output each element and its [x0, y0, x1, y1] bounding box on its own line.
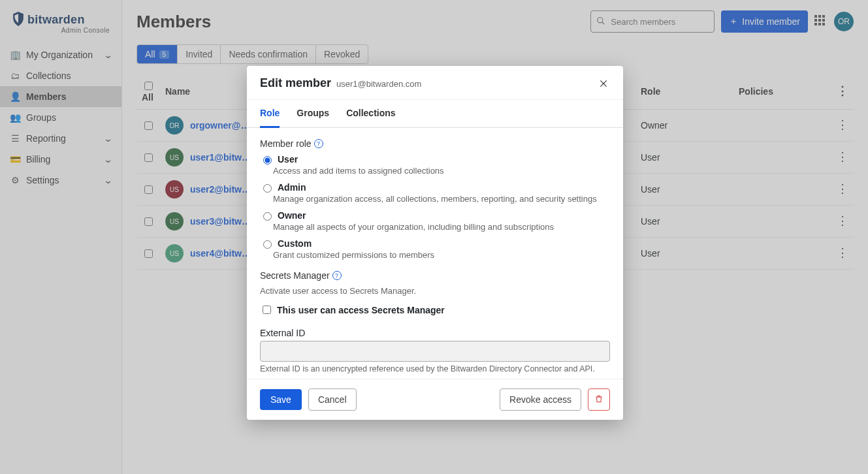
external-id-input[interactable] [260, 341, 610, 362]
trash-icon [594, 394, 603, 405]
save-button[interactable]: Save [260, 389, 302, 410]
dialog-tab-role[interactable]: Role [260, 100, 280, 128]
role-radio-custom[interactable] [263, 240, 272, 249]
role-radio-owner[interactable] [263, 212, 272, 221]
role-option-owner[interactable]: Owner [260, 210, 610, 221]
dialog-tabs: Role Groups Collections [247, 100, 623, 128]
external-id-hint: External ID is an unencrypted reference … [260, 364, 610, 373]
secrets-manager-desc: Activate user access to Secrets Manager. [260, 286, 610, 296]
role-label: User [278, 154, 298, 165]
role-desc: Manage organization access, all collecti… [273, 194, 610, 204]
role-desc: Grant customized permissions to members [273, 250, 610, 260]
help-icon[interactable]: ? [314, 139, 323, 148]
help-icon[interactable]: ? [332, 271, 342, 280]
role-option-admin[interactable]: Admin [260, 182, 610, 193]
dialog-tab-collections[interactable]: Collections [346, 100, 395, 127]
role-radio-user[interactable] [263, 156, 272, 165]
revoke-access-button[interactable]: Revoke access [500, 388, 581, 411]
secrets-manager-heading: Secrets Manager [260, 270, 330, 281]
member-role-heading: Member role [260, 138, 312, 149]
secrets-manager-checkbox[interactable] [263, 306, 271, 314]
secrets-manager-checkbox-label: This user can access Secrets Manager [277, 305, 445, 315]
dialog-title: Edit member [260, 76, 331, 90]
close-icon[interactable] [597, 77, 610, 90]
cancel-button[interactable]: Cancel [308, 388, 357, 411]
role-option-custom[interactable]: Custom [260, 238, 610, 249]
role-radio-admin[interactable] [263, 184, 272, 193]
dialog-tab-groups[interactable]: Groups [297, 100, 329, 127]
secrets-manager-checkbox-row[interactable]: This user can access Secrets Manager [260, 304, 610, 316]
role-label: Owner [278, 210, 306, 221]
role-option-user[interactable]: User [260, 154, 610, 165]
role-desc: Access and add items to assigned collect… [273, 166, 610, 176]
role-desc: Manage all aspects of your organization,… [273, 222, 610, 232]
role-label: Custom [278, 238, 312, 249]
dialog-subtitle: user1@bitwarden.com [336, 79, 421, 89]
role-label: Admin [278, 182, 306, 193]
delete-button[interactable] [588, 388, 610, 411]
external-id-label: External ID [260, 328, 610, 338]
edit-member-dialog: Edit member user1@bitwarden.com Role Gro… [247, 66, 623, 420]
